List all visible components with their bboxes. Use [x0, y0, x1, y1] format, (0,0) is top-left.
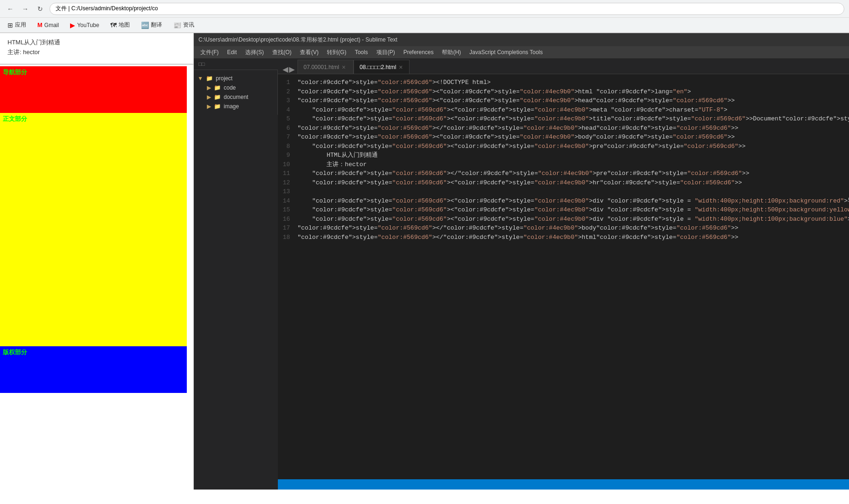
sidebar-item-image[interactable]: ▶ 📁 image: [194, 102, 277, 111]
bookmark-youtube-label: YouTube: [77, 22, 99, 28]
news-icon: 📰: [173, 21, 181, 29]
tab-file2[interactable]: 08.□□□□2.html ×: [354, 60, 410, 74]
line-number: 13: [278, 187, 297, 196]
menu-project[interactable]: 项目(P): [373, 48, 399, 57]
browser-chrome: ← → ↻ ⊞ 应用 M Gmail ▶ YouTube 🗺 地图 🔤 翻译 📰…: [0, 0, 849, 33]
apps-icon: ⊞: [7, 21, 13, 29]
bookmark-gmail[interactable]: M Gmail: [35, 21, 62, 29]
tab-file1-label: 07.00001.html: [304, 64, 339, 70]
line-number: 7: [278, 133, 297, 142]
menu-help[interactable]: 帮助(H): [438, 48, 465, 57]
pre-content: HTML从入门到精通 主讲: hector: [7, 38, 186, 57]
line-content: "color:#9cdcfe">style="color:#569cd6"><"…: [297, 114, 849, 124]
main-div-text: 正文部分: [3, 115, 27, 123]
bookmark-translate[interactable]: 🔤 翻译: [138, 20, 165, 30]
bookmark-youtube[interactable]: ▶ YouTube: [67, 21, 102, 30]
line-content: "color:#9cdcfe">style="color:#569cd6"><"…: [297, 105, 849, 115]
bookmark-maps[interactable]: 🗺 地图: [107, 20, 133, 30]
line-number: 6: [278, 124, 297, 133]
line-content: HTML从入门到精通: [297, 151, 849, 160]
line-content: "color:#9cdcfe">style="color:#569cd6"><"…: [297, 196, 849, 206]
code-line: 7"color:#9cdcfe">style="color:#569cd6"><…: [278, 133, 849, 142]
footer-div-text: 版权部分: [3, 348, 27, 357]
editor-tabs: ◀ ▶ 07.00001.html × 08.□□□□2.html ×: [278, 58, 849, 74]
menu-js-completions[interactable]: JavaScript Completions Tools: [466, 48, 546, 56]
editor-body: □□ ▼ 📁 project ▶ 📁 code ▶: [194, 58, 849, 490]
code-line: 11 "color:#9cdcfe">style="color:#569cd6"…: [278, 169, 849, 178]
menu-edit[interactable]: Edit: [223, 48, 241, 56]
menu-find[interactable]: 查找(O): [269, 48, 295, 57]
menu-tools[interactable]: Tools: [351, 48, 372, 56]
bookmark-news[interactable]: 📰 资讯: [170, 20, 197, 30]
menu-file[interactable]: 文件(F): [197, 48, 222, 57]
code-line: 4 "color:#9cdcfe">style="color:#569cd6">…: [278, 105, 849, 115]
folder-expand-icon-doc: ▶: [207, 94, 211, 100]
hr-divider: [0, 64, 193, 64]
editor-titlebar: C:\Users\admin\Desktop\project\code\08.常…: [194, 33, 849, 46]
bookmark-translate-label: 翻译: [151, 21, 162, 29]
editor-menubar: 文件(F) Edit 选择(S) 查找(O) 查看(V) 转到(G) Tools…: [194, 46, 849, 58]
folder-icon: 📁: [206, 75, 213, 82]
line-content: "color:#9cdcfe">style="color:#569cd6"></…: [297, 169, 849, 178]
line-number: 8: [278, 142, 297, 151]
nav-div: 导航部分: [0, 66, 187, 113]
sidebar-item-document[interactable]: ▶ 📁 document: [194, 92, 277, 102]
menu-view[interactable]: 查看(V): [296, 48, 322, 57]
nav-div-text: 导航部分: [3, 68, 27, 77]
code-line: 13: [278, 187, 849, 196]
line-content: "color:#9cdcfe">style="color:#569cd6"><"…: [297, 205, 849, 215]
tab-file1[interactable]: 07.00001.html ×: [297, 60, 354, 74]
code-line: 15 "color:#9cdcfe">style="color:#569cd6"…: [278, 205, 849, 215]
tab-file1-close[interactable]: ×: [342, 63, 346, 71]
sidebar-item-project[interactable]: ▼ 📁 project: [194, 74, 277, 83]
maps-icon: 🗺: [110, 21, 117, 29]
tab-right-arrow[interactable]: ▶: [289, 65, 295, 74]
pre-line1: HTML从入门到精通: [7, 39, 60, 46]
tab-file2-close[interactable]: ×: [399, 63, 403, 71]
menu-preferences[interactable]: Preferences: [400, 48, 438, 56]
pre-line2: 主讲: hector: [7, 49, 40, 56]
code-line: 14 "color:#9cdcfe">style="color:#569cd6"…: [278, 196, 849, 206]
code-line: 5 "color:#9cdcfe">style="color:#569cd6">…: [278, 114, 849, 124]
code-line: 17"color:#9cdcfe">style="color:#569cd6">…: [278, 224, 849, 233]
file-tree-label: □□: [194, 58, 278, 70]
menu-select[interactable]: 选择(S): [241, 48, 268, 57]
line-number: 3: [278, 96, 297, 105]
bookmarks-bar: ⊞ 应用 M Gmail ▶ YouTube 🗺 地图 🔤 翻译 📰 资讯: [0, 18, 849, 33]
line-content: "color:#9cdcfe">style="color:#569cd6"><"…: [297, 142, 849, 151]
tab-left-arrow[interactable]: ◀: [283, 65, 288, 74]
line-number: 4: [278, 105, 297, 115]
browser-content: HTML从入门到精通 主讲: hector 导航部分 正文部分 版权部分: [0, 33, 194, 490]
line-number: 17: [278, 224, 297, 233]
refresh-button[interactable]: ↻: [35, 3, 46, 14]
status-bar: https://htlog.csingtustn.no/45898126: [278, 479, 849, 490]
line-number: 11: [278, 169, 297, 178]
address-bar[interactable]: [50, 3, 844, 15]
back-button[interactable]: ←: [5, 3, 16, 14]
code-line: 2"color:#9cdcfe">style="color:#569cd6"><…: [278, 87, 849, 97]
footer-div: 版权部分: [0, 346, 187, 393]
line-content: "color:#9cdcfe">style="color:#569cd6"></…: [297, 224, 849, 233]
code-line: 12 "color:#9cdcfe">style="color:#569cd6"…: [278, 178, 849, 188]
line-number: 14: [278, 196, 297, 206]
sidebar-panel: □□ ▼ 📁 project ▶ 📁 code ▶: [194, 58, 278, 490]
bookmark-maps-label: 地图: [119, 21, 130, 29]
translate-icon: 🔤: [141, 21, 149, 29]
bookmark-apps[interactable]: ⊞ 应用: [5, 20, 29, 30]
sidebar-item-code[interactable]: ▶ 📁 code: [194, 83, 277, 92]
main-div: 正文部分: [0, 113, 187, 346]
menu-goto[interactable]: 转到(G): [323, 48, 350, 57]
folder-icon-code: 📁: [214, 84, 221, 91]
editor-area: C:\Users\admin\Desktop\project\code\08.常…: [194, 33, 849, 490]
line-number: 5: [278, 114, 297, 124]
tab-file2-label: 08.□□□□2.html: [360, 64, 396, 70]
forward-button[interactable]: →: [20, 3, 31, 14]
line-content: "color:#9cdcfe">style="color:#569cd6"><"…: [297, 133, 849, 142]
browser-nav: ← → ↻: [0, 0, 849, 18]
code-line: 3"color:#9cdcfe">style="color:#569cd6"><…: [278, 96, 849, 105]
line-content: "color:#9cdcfe">style="color:#569cd6"><"…: [297, 215, 849, 224]
line-number: 1: [278, 78, 297, 87]
gmail-icon: M: [37, 21, 42, 28]
line-content: 主讲：hector: [297, 160, 849, 169]
code-area[interactable]: 1"color:#9cdcfe">style="color:#569cd6"><…: [278, 74, 849, 479]
